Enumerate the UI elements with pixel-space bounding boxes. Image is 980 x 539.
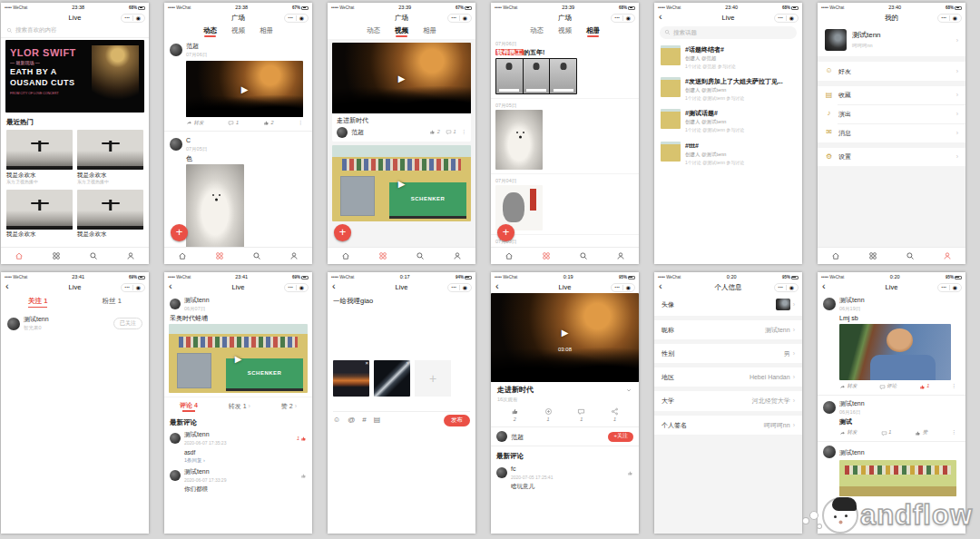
tab-videos[interactable]: 视频	[395, 26, 408, 37]
video-player[interactable]: ▶ 03:08	[491, 293, 639, 382]
tab-square[interactable]	[215, 251, 224, 260]
album-photo-meme[interactable]	[495, 58, 577, 94]
tab-square[interactable]	[52, 251, 61, 260]
tab-comments[interactable]: 评论 4	[180, 401, 198, 411]
user-row[interactable]: 测试tenn智光果0 已关注	[1, 310, 149, 336]
draft-icon[interactable]: ▤	[374, 416, 381, 425]
video-card[interactable]: 我是余欢水 东方卫视热播中	[77, 130, 143, 184]
menu-item-shows[interactable]: ♪演出›	[818, 104, 965, 122]
compose-fab[interactable]: +	[497, 224, 514, 241]
menu-item-messages[interactable]: ✉消息›	[818, 123, 965, 142]
compose-fab[interactable]: +	[171, 224, 188, 241]
menu-item-favorites[interactable]: ▤收藏›	[818, 86, 965, 104]
more-button[interactable]: ⋮	[951, 429, 956, 436]
mention-icon[interactable]: @	[348, 416, 355, 425]
post-header[interactable]: 测试tenn	[818, 443, 965, 460]
info-row-region[interactable]: 地区 Hebei Handan›	[654, 368, 802, 387]
avatar[interactable]	[496, 467, 507, 478]
tab-me[interactable]	[289, 251, 299, 260]
more-button[interactable]: ⋮	[952, 383, 957, 389]
info-row-gender[interactable]: 性别 男›	[654, 344, 802, 363]
comment[interactable]: 测试tenn2020-06-07 17:33:29 你们都很	[164, 466, 312, 496]
avatar[interactable]	[170, 470, 181, 481]
comment-button[interactable]: 1	[446, 129, 456, 135]
back-icon[interactable]: ‹	[822, 279, 826, 292]
compose-fab[interactable]: +	[334, 224, 351, 241]
video-card[interactable]: ▶ 走进新时代 范超 2 1 ⋮	[332, 43, 471, 142]
back-icon[interactable]: ‹	[332, 279, 336, 292]
more-button[interactable]: ⋮	[298, 120, 303, 126]
back-icon[interactable]: ‹	[169, 279, 172, 292]
add-button[interactable]: 1	[544, 407, 553, 423]
avatar[interactable]	[170, 44, 182, 56]
tab-fans[interactable]: 粉丝 1	[103, 297, 122, 308]
share-button[interactable]: 1	[611, 407, 619, 423]
remove-photo-icon[interactable]: ×	[406, 360, 409, 368]
back-icon[interactable]: ‹	[495, 279, 499, 292]
menu-item-friends[interactable]: ☺好友›	[818, 62, 965, 80]
post-header[interactable]: 测试tenn06月07日	[164, 293, 312, 314]
tab-search[interactable]	[252, 251, 261, 260]
add-photo-button[interactable]: +	[415, 360, 451, 397]
topic-row[interactable]: #发送到房加上了大姐夫萨拉丁见...创建人 @测试tenn1个讨论 @测试ten…	[654, 74, 802, 105]
tab-home[interactable]	[178, 251, 187, 260]
like-button[interactable]: 1	[919, 383, 930, 389]
comment-like-button[interactable]: 1	[297, 436, 307, 442]
tab-square[interactable]	[378, 251, 387, 260]
back-icon[interactable]: ‹	[659, 279, 662, 292]
more-button[interactable]: ⋮	[462, 129, 467, 135]
miniprogram-capsule[interactable]: •••◉	[937, 283, 962, 292]
info-row-university[interactable]: 大学 河北经贸大学›	[654, 391, 802, 410]
post-video[interactable]: ▶	[186, 61, 303, 117]
tab-albums[interactable]: 相册	[260, 26, 273, 37]
post-photo-man[interactable]	[839, 324, 951, 380]
post-header[interactable]: C07月05日	[164, 133, 312, 154]
miniprogram-capsule[interactable]: •••◉	[447, 283, 472, 292]
tab-home[interactable]	[831, 251, 840, 260]
tab-me[interactable]	[126, 251, 135, 260]
post-video-schenker[interactable]: SCHENKER ▶	[169, 324, 308, 393]
info-row-nickname[interactable]: 昵称 测试tenn›	[654, 320, 802, 339]
highlighted-tag[interactable]: 软件民工	[495, 49, 524, 55]
play-icon[interactable]: ▶	[562, 327, 569, 338]
miniprogram-capsule[interactable]: •••◉	[937, 14, 962, 23]
topic-row[interactable]: #测试话题#创建人 @测试tenn1个讨论 @测试tenn 参与讨论	[654, 105, 802, 137]
emoji-icon[interactable]: ☺	[333, 416, 340, 425]
tab-search[interactable]	[579, 251, 588, 260]
album-photo-dog[interactable]	[495, 110, 543, 170]
tab-search[interactable]	[89, 251, 98, 260]
like-button[interactable]: 2	[263, 120, 274, 126]
topic-row[interactable]: #ttt#创建人 @测试tenn1个讨论 @测试tenn 参与讨论	[654, 138, 802, 170]
info-row-avatar[interactable]: 头像 ›	[654, 293, 802, 316]
tab-forwards[interactable]: 转发 1 ›	[229, 402, 250, 410]
caret-down-icon[interactable]	[625, 387, 632, 394]
avatar[interactable]	[337, 127, 348, 138]
menu-item-settings[interactable]: ⚙设置›	[818, 148, 965, 166]
video-card[interactable]: 我是余欢水	[6, 190, 73, 239]
post-header[interactable]: 测试tenn06月19日	[818, 293, 965, 314]
tab-me[interactable]	[616, 251, 625, 260]
attached-photo[interactable]: ×	[374, 360, 410, 397]
avatar[interactable]	[825, 29, 847, 51]
compose-textarea[interactable]: 一给我哩giao	[328, 293, 475, 309]
like-button[interactable]: 2	[429, 129, 440, 135]
back-icon[interactable]: ‹	[659, 10, 662, 23]
tab-moments[interactable]: 动态	[203, 26, 217, 37]
tab-albums[interactable]: 相册	[586, 26, 600, 37]
tab-videos[interactable]: 视频	[231, 26, 245, 37]
tab-following[interactable]: 关注 1	[28, 297, 47, 308]
tab-square[interactable]	[868, 251, 877, 260]
like-button[interactable]: 赞	[915, 429, 927, 436]
follow-button[interactable]: +关注	[608, 432, 633, 442]
tab-me[interactable]	[453, 251, 462, 260]
post-photo-game[interactable]	[839, 460, 956, 496]
banner-taylor-swift[interactable]: YLOR SWIFT — 最新现场 — EATH BY A OUSAND CUT…	[5, 40, 144, 113]
tab-videos[interactable]: 视频	[558, 26, 572, 37]
more-dots-icon[interactable]: •••	[125, 15, 131, 20]
comment[interactable]: fc2020-07-05 17:25:41 啥玩意儿	[491, 463, 639, 494]
tab-home[interactable]	[505, 251, 514, 260]
avatar[interactable]	[7, 318, 20, 330]
avatar[interactable]	[823, 401, 836, 414]
tab-search[interactable]	[906, 251, 915, 260]
tab-likes[interactable]: 赞 2 ›	[281, 402, 297, 410]
